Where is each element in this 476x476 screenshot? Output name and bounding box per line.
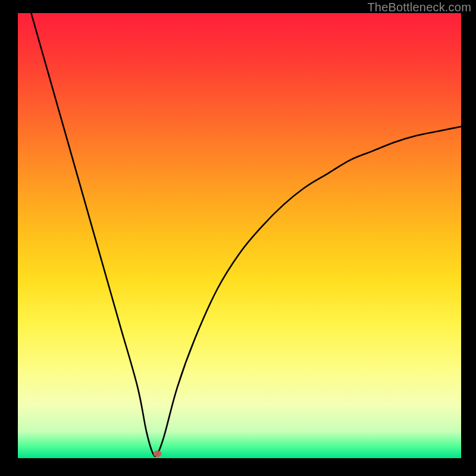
bottleneck-curve: [31, 13, 461, 456]
chart-svg: [18, 13, 461, 458]
chart-frame: TheBottleneck.com: [0, 0, 476, 476]
watermark-text: TheBottleneck.com: [367, 1, 471, 14]
optimal-point-marker: [154, 450, 162, 457]
